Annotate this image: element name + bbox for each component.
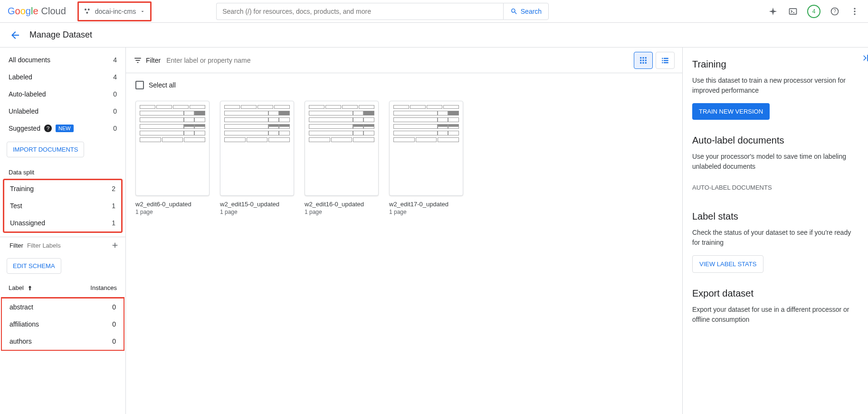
import-documents-button[interactable]: IMPORT DOCUMENTS bbox=[7, 142, 84, 157]
search-input[interactable] bbox=[216, 3, 503, 20]
svg-point-6 bbox=[854, 8, 855, 9]
document-name: w2_edit6-0_updated bbox=[135, 201, 210, 208]
back-button[interactable] bbox=[10, 29, 21, 41]
view-label-stats-button[interactable]: VIEW LABEL STATS bbox=[692, 255, 763, 273]
svg-rect-14 bbox=[645, 57, 647, 58]
page-title: Manage Dataset bbox=[29, 30, 92, 40]
svg-rect-26 bbox=[664, 62, 668, 63]
select-all-checkbox[interactable] bbox=[135, 81, 144, 89]
edit-schema-button[interactable]: EDIT SCHEMA bbox=[7, 258, 61, 274]
sidebar-count: 0 bbox=[113, 107, 117, 115]
sidebar-label: Unlabeled bbox=[9, 107, 38, 115]
document-thumbnail bbox=[220, 101, 294, 196]
label-row-affiliations[interactable]: affiliations 0 bbox=[2, 316, 124, 333]
data-split-highlight: Training 2 Test 1 Unassigned 1 bbox=[3, 179, 123, 233]
project-name: docai-inc-cms bbox=[95, 8, 136, 15]
search-icon bbox=[510, 8, 518, 15]
sidebar-count: 0 bbox=[113, 90, 117, 98]
sidebar-labeled[interactable]: Labeled 4 bbox=[0, 68, 125, 86]
auto-label-documents-button[interactable]: AUTO-LABEL DOCUMENTS bbox=[692, 179, 772, 196]
svg-point-0 bbox=[85, 9, 86, 10]
search-button-label: Search bbox=[521, 8, 542, 15]
document-name: w2_edit16-0_updated bbox=[305, 201, 379, 208]
svg-rect-21 bbox=[662, 58, 663, 58]
training-section: Training Use this dataset to train a new… bbox=[692, 59, 858, 120]
add-label-icon[interactable] bbox=[111, 241, 119, 250]
document-card[interactable]: w2_edit16-0_updated 1 page bbox=[305, 101, 379, 215]
svg-rect-18 bbox=[640, 62, 641, 63]
document-thumbnail bbox=[305, 101, 379, 196]
label-stats-heading: Label stats bbox=[692, 211, 858, 222]
svg-rect-25 bbox=[662, 62, 663, 63]
top-header: Google Cloud docai-inc-cms Search 4 ? bbox=[0, 0, 868, 23]
main-toolbar: Filter bbox=[126, 48, 682, 73]
search-button[interactable]: Search bbox=[503, 3, 549, 20]
svg-rect-12 bbox=[640, 57, 641, 58]
document-thumbnail bbox=[389, 101, 463, 196]
instances-column-header[interactable]: Instances bbox=[90, 284, 117, 291]
property-filter-input[interactable] bbox=[166, 57, 628, 64]
sidebar-label: Labeled bbox=[9, 73, 32, 81]
label-name: abstract bbox=[10, 303, 33, 311]
project-picker[interactable]: docai-inc-cms bbox=[79, 3, 150, 20]
sidebar-auto-labeled[interactable]: Auto-labeled 0 bbox=[0, 86, 125, 103]
google-logo-text: Google bbox=[8, 6, 38, 17]
new-badge: NEW bbox=[56, 125, 74, 132]
export-section: Export dataset Export your dataset for u… bbox=[692, 288, 858, 325]
collapse-panel-icon[interactable] bbox=[860, 53, 868, 63]
training-text: Use this dataset to train a new processo… bbox=[692, 76, 858, 96]
help-icon[interactable]: ? bbox=[829, 6, 840, 17]
export-text: Export your dataset for use in a differe… bbox=[692, 305, 858, 325]
sidebar-label: Auto-labeled bbox=[9, 90, 46, 98]
svg-rect-19 bbox=[643, 62, 644, 63]
main-pane: Filter Select all bbox=[126, 48, 683, 414]
cloud-text: Cloud bbox=[41, 6, 66, 17]
svg-text:?: ? bbox=[833, 9, 836, 14]
svg-rect-17 bbox=[645, 59, 647, 61]
sidebar-suggested[interactable]: Suggested ? NEW 0 bbox=[0, 120, 125, 137]
cloud-shell-icon[interactable] bbox=[787, 6, 799, 17]
label-count: 0 bbox=[112, 337, 116, 345]
select-all-label: Select all bbox=[149, 81, 176, 89]
help-icon[interactable]: ? bbox=[44, 125, 52, 132]
label-row-abstract[interactable]: abstract 0 bbox=[2, 298, 124, 316]
svg-point-2 bbox=[86, 11, 88, 13]
sidebar-count: 4 bbox=[113, 56, 117, 64]
header-icons: 4 ? bbox=[767, 5, 860, 18]
list-view-button[interactable] bbox=[656, 52, 675, 69]
label-name: authors bbox=[10, 337, 32, 345]
document-card[interactable]: w2_edit6-0_updated 1 page bbox=[135, 101, 210, 215]
logo[interactable]: Google Cloud bbox=[8, 6, 66, 17]
document-card[interactable]: w2_edit17-0_updated 1 page bbox=[389, 101, 463, 215]
grid-view-button[interactable] bbox=[634, 52, 653, 69]
document-pages: 1 page bbox=[135, 209, 210, 215]
svg-rect-15 bbox=[640, 59, 641, 61]
more-menu-icon[interactable] bbox=[849, 6, 860, 17]
sidebar-training[interactable]: Training 2 bbox=[4, 180, 121, 197]
svg-rect-16 bbox=[643, 59, 644, 61]
label-filter-row: Filter bbox=[0, 237, 125, 253]
document-name: w2_edit17-0_updated bbox=[389, 201, 463, 208]
sort-up-icon[interactable] bbox=[27, 285, 33, 291]
sidebar-unlabeled[interactable]: Unlabeled 0 bbox=[0, 103, 125, 120]
label-row-authors[interactable]: authors 0 bbox=[2, 333, 124, 350]
project-picker-highlight: docai-inc-cms bbox=[77, 1, 152, 21]
autolabel-section: Auto-label documents Use your processor'… bbox=[692, 135, 858, 196]
sidebar-test[interactable]: Test 1 bbox=[4, 197, 121, 214]
label-column-header[interactable]: Label bbox=[9, 284, 24, 291]
notifications-badge[interactable]: 4 bbox=[807, 5, 820, 18]
document-card[interactable]: w2_edit15-0_updated 1 page bbox=[220, 101, 294, 215]
gemini-icon[interactable] bbox=[767, 6, 779, 17]
label-filter-input[interactable] bbox=[27, 242, 107, 249]
svg-rect-13 bbox=[643, 57, 644, 58]
document-thumbnail bbox=[135, 101, 210, 196]
sidebar-all-documents[interactable]: All documents 4 bbox=[0, 51, 125, 68]
sidebar-unassigned[interactable]: Unassigned 1 bbox=[4, 214, 121, 231]
right-pane: Training Use this dataset to train a new… bbox=[683, 48, 868, 414]
document-name: w2_edit15-0_updated bbox=[220, 201, 294, 208]
document-pages: 1 page bbox=[389, 209, 463, 215]
select-all-row: Select all bbox=[126, 73, 682, 97]
svg-point-7 bbox=[854, 10, 855, 12]
train-new-version-button[interactable]: TRAIN NEW VERSION bbox=[692, 103, 770, 120]
sidebar-count: 4 bbox=[113, 73, 117, 81]
